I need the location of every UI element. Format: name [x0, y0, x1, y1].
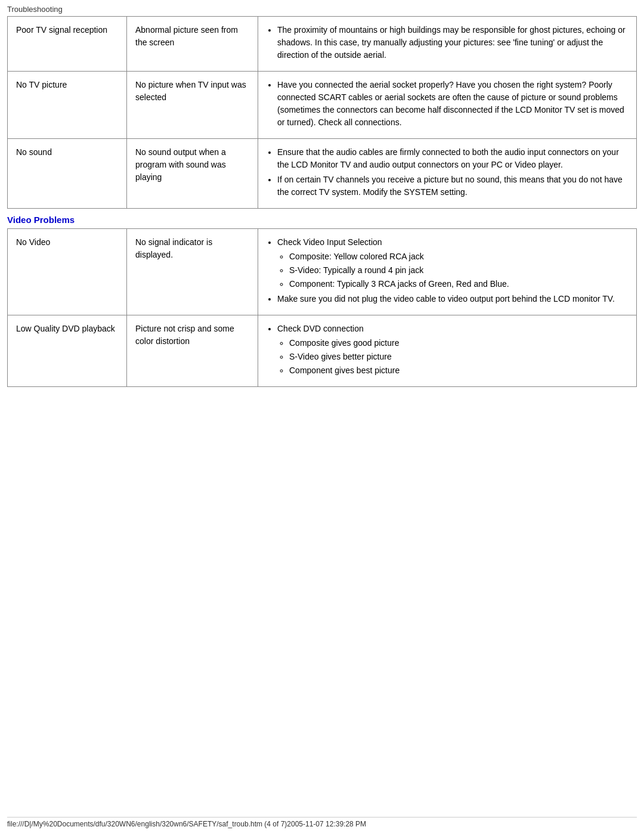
symptom-text: No TV picture [16, 80, 67, 89]
cause-cell: Picture not crisp and some color distort… [127, 315, 258, 387]
solution-list: The proximity of mountains or high build… [267, 24, 628, 61]
list-item: If on certain TV channels you receive a … [277, 174, 628, 199]
symptom-text: Low Quality DVD playback [16, 324, 115, 333]
cause-text: No sound output when a program with soun… [135, 147, 226, 182]
header-title: Troubleshooting [7, 5, 63, 14]
solution-list: Check Video Input Selection Composite: Y… [267, 236, 628, 305]
solution-cell: Ensure that the audio cables are firmly … [258, 139, 637, 209]
list-item: Check DVD connection Composite gives goo… [277, 323, 628, 377]
list-item: S-Video: Typically a round 4 pin jack [289, 264, 628, 277]
list-item: The proximity of mountains or high build… [277, 24, 628, 61]
solution-cell: Check Video Input Selection Composite: Y… [258, 229, 637, 315]
solution-list: Ensure that the audio cables are firmly … [267, 146, 628, 199]
table-row: Poor TV signal reception Abnormal pictur… [8, 17, 637, 72]
list-item: Make sure you did not plug the video cab… [277, 293, 628, 305]
symptom-text: No sound [16, 147, 52, 157]
page-footer: file:///D|/My%20Documents/dfu/320WN6/eng… [7, 817, 637, 828]
list-item: S-Video gives better picture [289, 351, 628, 363]
symptom-cell: Poor TV signal reception [8, 17, 127, 72]
solution-cell: Check DVD connection Composite gives goo… [258, 315, 637, 387]
list-item: Component gives best picture [289, 364, 628, 377]
symptom-cell: Low Quality DVD playback [8, 315, 127, 387]
sub-list: Composite gives good picture S-Video giv… [277, 337, 628, 377]
cause-cell: No sound output when a program with soun… [127, 139, 258, 209]
solution-list: Have you connected the aerial socket pro… [267, 79, 628, 129]
list-item: Composite gives good picture [289, 337, 628, 349]
symptom-cell: No TV picture [8, 72, 127, 139]
table-row: No sound No sound output when a program … [8, 139, 637, 209]
table-row: Low Quality DVD playback Picture not cri… [8, 315, 637, 387]
video-trouble-table: No Video No signal indicator is displaye… [7, 228, 637, 387]
cause-cell: No signal indicator is displayed. [127, 229, 258, 315]
section-header-text: Video Problems [7, 215, 75, 225]
page-header: Troubleshooting [0, 0, 644, 16]
section-header-video: Video Problems [7, 209, 637, 228]
symptom-cell: No Video [8, 229, 127, 315]
cause-cell: No picture when TV input was selected [127, 72, 258, 139]
main-content: Poor TV signal reception Abnormal pictur… [0, 16, 644, 411]
table-row: No TV picture No picture when TV input w… [8, 72, 637, 139]
solution-cell: The proximity of mountains or high build… [258, 17, 637, 72]
cause-text: No signal indicator is displayed. [135, 237, 212, 259]
list-item: Composite: Yellow colored RCA jack [289, 250, 628, 263]
list-item: Ensure that the audio cables are firmly … [277, 146, 628, 171]
solution-list: Check DVD connection Composite gives goo… [267, 323, 628, 377]
trouble-table: Poor TV signal reception Abnormal pictur… [7, 16, 637, 209]
symptom-text: No Video [16, 237, 50, 247]
cause-text: No picture when TV input was selected [135, 80, 246, 102]
solution-cell: Have you connected the aerial socket pro… [258, 72, 637, 139]
symptom-cell: No sound [8, 139, 127, 209]
footer-text: file:///D|/My%20Documents/dfu/320WN6/eng… [7, 820, 366, 828]
list-item: Check Video Input Selection Composite: Y… [277, 236, 628, 290]
cause-text: Picture not crisp and some color distort… [135, 324, 234, 346]
cause-cell: Abnormal picture seen from the screen [127, 17, 258, 72]
list-item: Have you connected the aerial socket pro… [277, 79, 628, 129]
sub-list: Composite: Yellow colored RCA jack S-Vid… [277, 250, 628, 290]
table-row: No Video No signal indicator is displaye… [8, 229, 637, 315]
list-item: Component: Typically 3 RCA jacks of Gree… [289, 278, 628, 290]
symptom-text: Poor TV signal reception [16, 25, 107, 35]
cause-text: Abnormal picture seen from the screen [135, 25, 238, 47]
